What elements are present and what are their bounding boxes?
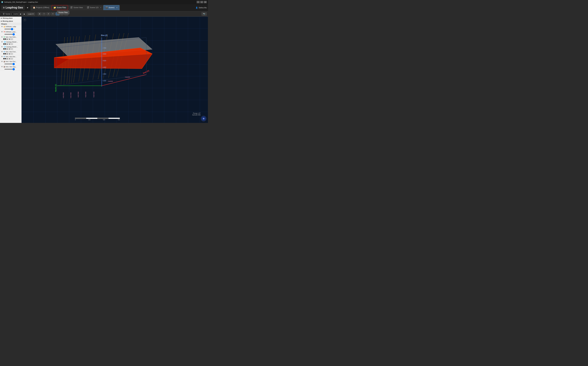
viewport-close-button[interactable]: ✕ <box>23 18 26 21</box>
titlebar-controls[interactable]: ─ □ ✕ <box>197 1 207 3</box>
tab-projects[interactable]: 🏠 Projects (Offline) <box>31 5 51 10</box>
vein-seg-icon: ▦ <box>4 66 5 68</box>
sidebar-item-slicing-plane[interactable]: ▶ Slicing plane <box>0 17 21 20</box>
rotate-button[interactable]: ↺ <box>46 12 50 15</box>
eye-button-vein-han[interactable]: 👁 <box>1 56 3 58</box>
play-btn-vein-refe-1[interactable]: ▶ <box>6 38 8 40</box>
eye-button-drillholes-graph[interactable]: 👁 <box>1 31 3 33</box>
drillholes-collar-slider[interactable] <box>4 29 15 29</box>
step-btn-geo-1[interactable]: ⏭ <box>9 43 11 45</box>
step-btn-han[interactable]: ⏭ <box>9 58 11 60</box>
scalebar-label-500: 500 <box>103 119 105 121</box>
pen-button[interactable]: ✏ <box>51 12 55 15</box>
vein-pinc-name: Vein: Vein Pinc... <box>6 61 21 62</box>
drillholes-collar-name: Drillholes: collar <box>6 26 21 28</box>
scene-files-icon: 📁 <box>53 6 56 9</box>
viewport[interactable]: ✕ <box>22 17 208 123</box>
close-button[interactable]: ✕ <box>204 1 207 3</box>
play-btn-han[interactable]: ▶ <box>6 58 8 60</box>
dot-icon-6 <box>5 48 6 49</box>
vein-pinc-slider[interactable] <box>4 64 15 64</box>
drillholes-graph-name: Drillholes: grap... <box>6 31 21 33</box>
compass-icon: ⊕ <box>203 118 204 120</box>
svg-text:+700: +700 <box>103 47 106 49</box>
dot-icon-7 <box>3 53 4 54</box>
dot-icon-4 <box>5 43 6 45</box>
app-logo: ≡ Leapfrog Geo <box>1 5 25 10</box>
eye-button-vein-refe[interactable]: 👁 <box>1 36 3 38</box>
eye-button-vein-foot[interactable]: 👁 <box>1 51 3 53</box>
play-btn-foot[interactable]: ▶ <box>6 53 8 55</box>
screenshot-button[interactable]: 📷 <box>201 12 207 15</box>
nav-next-button[interactable]: ▶ <box>23 12 26 15</box>
vein-refe-icon: ✿ <box>4 36 5 38</box>
user-name: Selina Wu <box>199 7 207 9</box>
minimize-button[interactable]: ─ <box>197 1 200 3</box>
eye-button-geology-2[interactable]: 👁 <box>1 46 3 48</box>
drillholes-collar-icon: ▦ <box>4 26 5 28</box>
scale-bar: 0 250 500 750 <box>75 118 120 121</box>
svg-text:+600: +600 <box>103 53 106 55</box>
titlebar: 🌍 SettingUp_GM_StartingProject - Leapfro… <box>0 0 208 4</box>
scene123-icon: 🎬 <box>87 6 89 9</box>
eye-button-drillholes-collar[interactable]: 👁 <box>1 26 3 28</box>
vein-han-icon: ✿ <box>4 56 5 58</box>
maximize-button[interactable]: □ <box>200 1 203 3</box>
nav-prev-button[interactable]: ◀ <box>19 12 22 15</box>
play2-btn-geo-1[interactable]: ▷ <box>11 43 13 45</box>
vein-foot-name: Vein: Vein Foot... <box>6 51 21 53</box>
play2-btn-han[interactable]: ▷ <box>11 58 13 60</box>
tabs-row: 🏠 Projects (Offline) 📁 Scene Files 🎬 Sce… <box>30 5 120 10</box>
scalebar-label-0: 0 <box>75 119 76 121</box>
drillholes-graph-slider[interactable] <box>4 34 15 34</box>
tab-scene1[interactable]: 🎬 Scene1 ✕ <box>103 5 119 10</box>
slicing-plane-label: Slicing plane <box>2 17 13 19</box>
vein-han-name: Vein: Vein Han... <box>6 56 21 58</box>
scene-files-tooltip: Scene Files <box>57 11 69 14</box>
play2-btn-vein-refe-1[interactable]: ▷ <box>11 38 13 40</box>
tab-scene123-close[interactable]: ✕ <box>100 7 101 8</box>
eye-button-vein-seg[interactable]: 👁 <box>1 66 3 68</box>
play2-btn-foot[interactable]: ▷ <box>11 53 13 55</box>
app-name: Leapfrog Geo <box>6 6 23 9</box>
dot-icon-1 <box>3 38 4 40</box>
step-btn-geo-2[interactable]: ⏭ <box>9 48 11 50</box>
toolbar: 🎬 Scene 1 1 of 1 ◀ ▶ Look ▼ ⊞ ? ↺ ✏ ↖ ⌇ … <box>0 11 208 17</box>
look-dropdown-icon: ▼ <box>32 13 34 15</box>
help-button[interactable]: ? <box>42 13 46 15</box>
vein-seg-slider[interactable] <box>4 69 15 69</box>
compass: ⊕ <box>201 116 207 122</box>
sidebar-item-moving-plane[interactable]: ▶ Moving plane <box>0 20 21 23</box>
tab-scene1-close[interactable]: ✕ <box>116 7 118 8</box>
play-btn-geo-2[interactable]: ▶ <box>6 48 8 50</box>
app-header: ≡ Leapfrog Geo ▼ 🏠 Projects (Offline) 📁 … <box>0 4 208 11</box>
play-btn-geo-1[interactable]: ▶ <box>6 43 8 45</box>
svg-text:Elev (Z): Elev (Z) <box>101 34 107 36</box>
scene-name: Scene 1 <box>5 13 12 15</box>
step-btn-foot[interactable]: ⏭ <box>9 53 11 55</box>
user-area: 👤 Selina Wu <box>196 7 207 9</box>
shape-geology-model-2: 👁 🧊 Geology Model:... ▶ ⏭ ▷ <box>0 46 21 50</box>
svg-text:+544200: +544200 <box>125 76 130 78</box>
step-btn-vein-refe-1[interactable]: ⏭ <box>9 38 11 40</box>
scene-icon: 🎬 <box>2 13 5 15</box>
menu-icon[interactable]: ≡ <box>3 6 5 9</box>
tab-scene-files[interactable]: 📁 Scene Files <box>51 5 68 10</box>
app-dropdown-button[interactable]: ▼ <box>26 6 29 9</box>
titlebar-title: SettingUp_GM_StartingProject - Leapfrog … <box>4 1 38 3</box>
play2-btn-geo-2[interactable]: ▷ <box>11 48 13 50</box>
tab-scene123[interactable]: 🎬 Scene 123 ✕ <box>85 5 103 10</box>
tab-scene-files-label: Scene Files <box>57 7 66 9</box>
eye-button-geology-1[interactable]: 👁 <box>1 41 3 43</box>
svg-text:+200: +200 <box>103 80 106 82</box>
svg-text:+4317500: +4317500 <box>63 92 64 98</box>
grid-button[interactable]: ⊞ <box>37 12 42 15</box>
scene-nav: 1 of 1 <box>14 13 18 15</box>
eye-button-vein-pinc[interactable]: 👁 <box>1 61 3 62</box>
scene1-icon: 🎬 <box>105 6 108 9</box>
svg-text:+500: +500 <box>103 60 106 61</box>
geology-2-name: Geology Model:... <box>6 46 21 48</box>
look-button[interactable]: Look ▼ <box>27 13 35 15</box>
tab-scene-view[interactable]: 🎬 Scene View <box>68 5 84 10</box>
scene-view-icon: 🎬 <box>70 6 73 9</box>
